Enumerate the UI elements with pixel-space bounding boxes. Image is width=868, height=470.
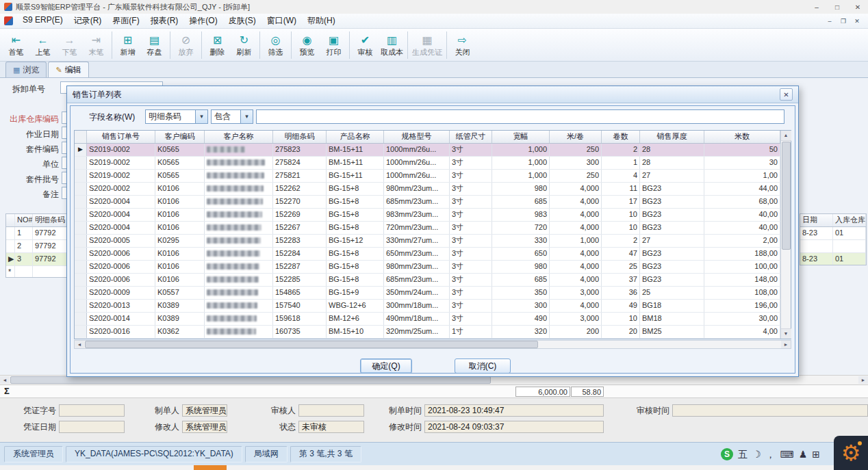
mini-table-row[interactable]: 297792 — [6, 240, 67, 253]
column-header-3[interactable]: 明细条码 — [273, 131, 327, 143]
column-header-0[interactable]: 销售订单号 — [87, 131, 155, 143]
filter-value-input[interactable] — [256, 109, 784, 124]
mini-table-row[interactable] — [800, 240, 866, 253]
get-cost-button[interactable]: ▥取成本 — [379, 29, 405, 61]
dialog-close-button[interactable]: ✕ — [780, 88, 793, 101]
mini-table-row[interactable]: 8-2301 — [800, 227, 866, 240]
sogou-icon[interactable]: S — [721, 448, 733, 460]
menu-item-7[interactable]: 帮助(H) — [302, 14, 341, 28]
grid-row[interactable]: S2020-0006K0106152285BG-15+8685mm/23um..… — [75, 274, 780, 287]
moon-icon[interactable]: ☽ — [752, 448, 761, 460]
scroll-right-icon[interactable]: ► — [858, 376, 868, 384]
save-button[interactable]: ▤存盘 — [141, 29, 168, 61]
menu-item-4[interactable]: 操作(O) — [183, 14, 222, 28]
column-header-1[interactable]: 客户编码 — [155, 131, 205, 143]
scrollbar-thumb[interactable] — [782, 142, 791, 250]
column-header-11[interactable]: 米数 — [704, 131, 780, 143]
prev-record-button[interactable]: ←上笔 — [29, 29, 56, 61]
print-button[interactable]: ▣打印 — [320, 29, 347, 61]
mdi-close-button[interactable]: ✕ — [850, 16, 864, 27]
grid-row[interactable]: S2020-0009K0557154865BG-15+9350mm/24um..… — [75, 287, 780, 300]
audit-button[interactable]: ✔审核 — [352, 29, 379, 61]
cancel-button[interactable]: 取消(C) — [455, 358, 511, 374]
mini-table-row[interactable]: 197792 — [6, 227, 67, 240]
voucher-no-input[interactable] — [59, 404, 125, 417]
chevron-down-icon[interactable]: ▾ — [240, 110, 253, 123]
grid-row[interactable]: S2020-0006K0106152284BG-15+8650mm/23um..… — [75, 248, 780, 261]
column-header-6[interactable]: 纸管尺寸 — [450, 131, 492, 143]
column-header-9[interactable]: 卷数 — [602, 131, 640, 143]
delete-button[interactable]: ⊠删除 — [204, 29, 231, 61]
grid-row[interactable]: S2020-0004K0106152270BG-15+8685mm/23um..… — [75, 196, 780, 209]
minimize-button[interactable]: – — [806, 0, 827, 14]
column-header-5[interactable]: 规格型号 — [384, 131, 450, 143]
mini-table-row[interactable]: 8-2301 — [800, 253, 866, 265]
grid-row[interactable]: S2019-0002K0565275821BG-15+111000mm/26u.… — [75, 170, 780, 183]
maximize-button[interactable]: □ — [827, 0, 847, 14]
grid-row[interactable]: S2019-0002K0565275824BM-15+111000mm/26u.… — [75, 157, 780, 170]
grid-icon[interactable]: ⊞ — [812, 448, 820, 460]
voucher-date-input[interactable] — [59, 421, 125, 433]
grid-row[interactable]: S2020-0004K0106152267BG-15+8720mm/23um..… — [75, 222, 780, 235]
auditor-input[interactable] — [298, 404, 364, 417]
close-form-button[interactable]: ⇨关闭 — [449, 29, 476, 61]
window-titlebar[interactable]: 顺景S9智能ERP管理平台 - 广东顺景软件科技有限公司_QJY - [拆卸单]… — [0, 0, 868, 14]
wubi-icon[interactable]: 五 — [738, 448, 748, 460]
scroll-down-icon[interactable]: ▼ — [781, 328, 791, 339]
menu-item-5[interactable]: 皮肤(S) — [223, 14, 261, 28]
preview-button[interactable]: ◉预览 — [294, 29, 320, 61]
mdi-restore-button[interactable]: ❐ — [837, 16, 850, 27]
column-header-8[interactable]: 米/卷 — [550, 131, 602, 143]
user-icon[interactable]: ♟ — [799, 448, 808, 460]
filter-button[interactable]: ◎筛选 — [262, 29, 289, 61]
grid-row[interactable]: S2020-0004K0106152269BG-15+8983mm/23um..… — [75, 209, 780, 222]
menu-item-2[interactable]: 界面(F) — [107, 14, 144, 28]
grid-row[interactable]: S2020-0002K0106152262BG-15+8980mm/23um..… — [75, 183, 780, 196]
close-button[interactable]: ✕ — [847, 0, 868, 14]
scrollbar-thumb[interactable] — [85, 341, 538, 348]
scroll-right-icon[interactable]: ► — [781, 341, 791, 348]
grid-row[interactable]: S2020-0006K0106152287BG-15+8980mm/23um..… — [75, 261, 780, 274]
assistant-widget[interactable]: ⚙ — [834, 436, 868, 470]
menu-item-6[interactable]: 窗口(W) — [261, 14, 302, 28]
dialog-titlebar[interactable]: 销售订单列表 ✕ — [67, 86, 798, 103]
menu-item-0[interactable]: S9 ERP(E) — [17, 14, 68, 28]
first-record-button[interactable]: ⇤首笔 — [3, 29, 29, 61]
grid-row[interactable]: S2020-0013K0389157540WBG-12+6300mm/18um.… — [75, 300, 780, 313]
column-header-2[interactable]: 客户名称 — [205, 131, 273, 143]
modify-time-input[interactable]: 2021-08-24 09:03:37 — [424, 421, 604, 433]
grid-row[interactable]: ▶S2019-0002K0565275823BM-15+111000mm/26u… — [75, 144, 780, 157]
ok-button[interactable]: 确定(Q) — [360, 358, 412, 374]
scroll-left-icon[interactable]: ◄ — [0, 376, 10, 384]
chevron-down-icon[interactable]: ▾ — [195, 110, 207, 123]
create-time-input[interactable]: 2021-08-23 10:49:47 — [424, 404, 604, 417]
mini-table-row[interactable]: ▶397792 — [6, 253, 67, 266]
mini-table-row[interactable]: * — [6, 266, 67, 278]
tab-browse[interactable]: ▦ 浏览 — [5, 62, 47, 77]
column-header-10[interactable]: 销售厚度 — [640, 131, 704, 143]
grid-row[interactable]: S2020-0016K0362160735BM-15+10320mm/25um.… — [75, 326, 780, 339]
menu-item-1[interactable]: 记录(R) — [68, 14, 107, 28]
keyboard-icon[interactable]: ⌨ — [780, 448, 793, 460]
new-button[interactable]: ⊞新增 — [114, 29, 141, 61]
filter-field-combo[interactable]: 明细条码 ▾ — [145, 109, 208, 124]
grid-horizontal-scrollbar[interactable]: ◄ ► — [74, 340, 791, 349]
grid-row[interactable]: S2020-0005K0295152283BG-15+12330mm/27um.… — [75, 235, 780, 248]
scroll-up-icon[interactable]: ▲ — [781, 131, 791, 141]
mdi-minimize-button[interactable]: – — [823, 16, 837, 27]
scroll-left-icon[interactable]: ◄ — [75, 341, 84, 348]
taskbar-app-chip[interactable] — [194, 465, 227, 470]
creator-input[interactable]: 系统管理员 — [182, 404, 227, 417]
grid-vertical-scrollbar[interactable]: ▲ ▼ — [780, 131, 791, 339]
status-input[interactable]: 未审核 — [298, 421, 364, 433]
punctuation-icon[interactable]: ， — [765, 448, 775, 460]
grid-row[interactable]: S2020-0014K0389159618BM-12+6490mm/18um..… — [75, 313, 780, 326]
column-header-7[interactable]: 宽幅 — [492, 131, 550, 143]
menu-item-3[interactable]: 报表(R) — [145, 14, 184, 28]
modifier-input[interactable]: 系统管理员 — [182, 421, 227, 433]
filter-operator-combo[interactable]: 包含 ▾ — [211, 109, 253, 124]
refresh-button[interactable]: ↻刷新 — [231, 29, 257, 61]
scrollbar-thumb[interactable] — [10, 376, 491, 384]
tab-edit[interactable]: ✎ 编辑 — [48, 62, 88, 77]
audit-time-input[interactable] — [672, 404, 868, 417]
